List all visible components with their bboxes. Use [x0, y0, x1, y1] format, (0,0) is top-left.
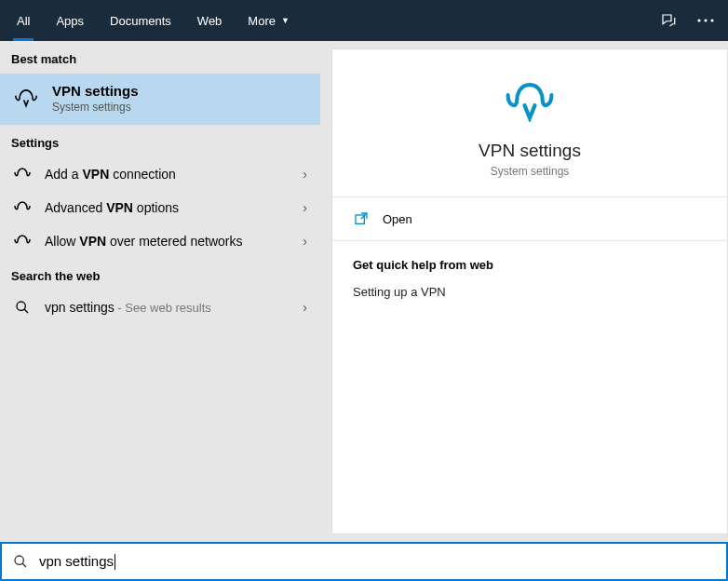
search-value: vpn settings: [39, 553, 114, 569]
search-icon: [13, 554, 28, 569]
svg-point-2: [710, 19, 713, 21]
vpn-icon: [13, 198, 32, 217]
preview-title: VPN settings: [479, 141, 581, 161]
settings-item-label: Allow VPN over metered networks: [45, 234, 290, 249]
quick-help-title: Get quick help from web: [353, 258, 707, 272]
preview-pane: VPN settings System settings Open Get qu…: [320, 41, 728, 542]
settings-item-label: Add a VPN connection: [45, 167, 290, 182]
search-input[interactable]: vpn settings: [39, 553, 715, 571]
tab-more[interactable]: More ▼: [235, 0, 303, 41]
chevron-right-icon: ›: [303, 234, 307, 249]
tab-web[interactable]: Web: [184, 0, 236, 41]
search-icon: [13, 298, 32, 317]
chevron-right-icon: ›: [303, 200, 307, 215]
svg-line-7: [22, 563, 26, 567]
best-match-sub: System settings: [52, 101, 139, 114]
svg-point-6: [15, 556, 23, 564]
feedback-icon[interactable]: [650, 0, 687, 41]
settings-item-advanced-vpn[interactable]: Advanced VPN options ›: [0, 191, 320, 224]
vpn-icon: [13, 86, 39, 112]
tab-label: More: [248, 14, 276, 28]
search-bar[interactable]: vpn settings: [0, 542, 728, 581]
settings-item-metered-vpn[interactable]: Allow VPN over metered networks ›: [0, 224, 320, 258]
best-match-title: VPN settings: [52, 83, 139, 99]
best-match-text: VPN settings System settings: [52, 83, 139, 114]
help-link-setup-vpn[interactable]: Setting up a VPN: [353, 285, 707, 299]
vpn-icon: [13, 165, 32, 183]
tab-label: Web: [197, 14, 222, 28]
preview-hero: VPN settings System settings: [332, 49, 727, 197]
open-label: Open: [383, 212, 412, 226]
web-result-label: vpn settings - See web results: [45, 300, 290, 315]
tab-label: All: [17, 14, 30, 28]
tab-apps[interactable]: Apps: [43, 0, 97, 41]
svg-point-0: [697, 19, 700, 21]
vpn-icon: [504, 75, 556, 128]
web-result-item[interactable]: vpn settings - See web results ›: [0, 290, 320, 324]
settings-item-add-vpn[interactable]: Add a VPN connection ›: [0, 157, 320, 191]
more-options-icon[interactable]: [687, 0, 724, 41]
preview-card: VPN settings System settings Open Get qu…: [331, 48, 728, 534]
best-match-header: Best match: [0, 41, 320, 74]
quick-help-section: Get quick help from web Setting up a VPN: [332, 241, 727, 316]
tab-label: Apps: [56, 14, 84, 28]
results-list: Best match VPN settings System settings …: [0, 41, 320, 542]
tab-documents[interactable]: Documents: [97, 0, 184, 41]
content-area: Best match VPN settings System settings …: [0, 41, 728, 542]
chevron-right-icon: ›: [303, 167, 307, 182]
tab-all[interactable]: All: [4, 0, 43, 41]
text-caret: [115, 554, 115, 570]
best-match-item[interactable]: VPN settings System settings: [0, 74, 320, 125]
svg-point-3: [17, 302, 25, 310]
preview-sub: System settings: [491, 165, 570, 178]
tab-label: Documents: [110, 14, 171, 28]
web-header: Search the web: [0, 258, 320, 290]
filter-tabs: All Apps Documents Web More ▼: [0, 0, 728, 41]
settings-item-label: Advanced VPN options: [45, 200, 290, 215]
chevron-down-icon: ▼: [281, 16, 290, 25]
open-action[interactable]: Open: [332, 197, 727, 241]
chevron-right-icon: ›: [303, 300, 307, 315]
vpn-icon: [13, 232, 32, 250]
open-icon: [353, 210, 370, 227]
settings-header: Settings: [0, 125, 320, 157]
svg-point-1: [704, 19, 707, 21]
svg-line-4: [24, 309, 28, 313]
